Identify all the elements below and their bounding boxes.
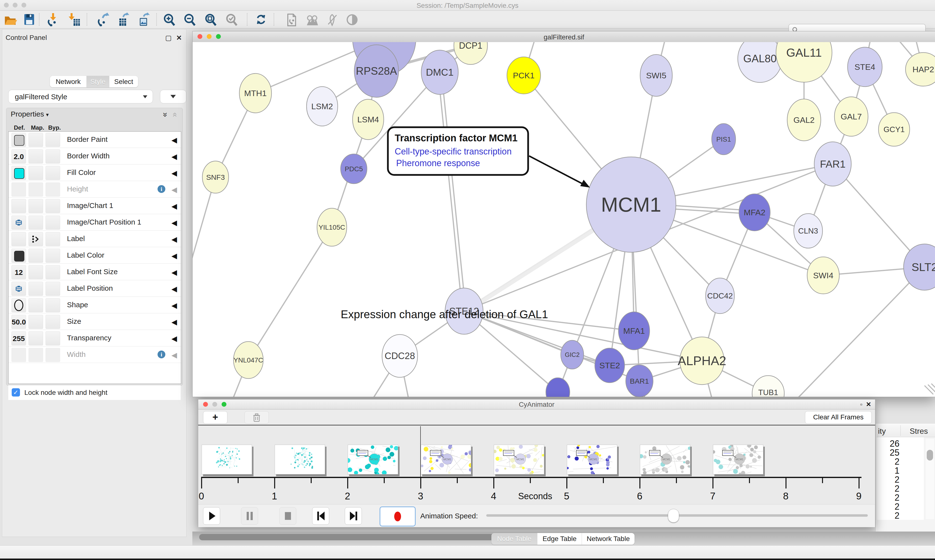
copy-network-icon[interactable] [284,13,298,26]
expand-row-icon[interactable]: ◀ [171,202,177,211]
expand-all-icon[interactable]: » [161,112,170,117]
expand-row-icon[interactable]: ◀ [171,169,177,177]
timeline-playhead[interactable] [420,426,421,477]
expand-row-icon[interactable]: ◀ [171,301,177,310]
default-value-cell[interactable] [11,282,26,296]
export-image-icon[interactable] [137,13,150,26]
open-icon[interactable] [3,13,17,26]
mapping-cell[interactable] [28,298,43,312]
tab-network[interactable]: Network [50,76,87,87]
property-row-label-position[interactable]: Label Position◀ [9,280,181,297]
network-edge[interactable] [441,72,466,311]
table-hscrollbar-thumb[interactable] [199,534,503,540]
default-value-cell[interactable] [11,298,26,312]
property-row-label-color[interactable]: Label Color◀ [9,248,181,264]
table-column-stress[interactable]: Stres [910,427,928,436]
bypass-cell[interactable] [46,298,60,312]
expand-row-icon[interactable]: ◀ [171,152,177,161]
expand-row-icon[interactable]: ◀ [171,351,177,359]
tab-node-table[interactable]: Node Table [491,533,537,545]
mapping-cell[interactable] [28,331,43,345]
expand-row-icon[interactable]: ◀ [171,334,177,343]
mapping-cell[interactable] [28,215,43,230]
table-column-centrality[interactable]: ity [878,427,886,436]
bypass-cell[interactable] [46,232,60,246]
expand-row-icon[interactable]: ◀ [171,218,177,227]
delete-frame-button[interactable] [244,411,269,424]
play-button[interactable] [203,507,220,525]
style-selector-dropdown[interactable]: galFiltered Style [8,90,153,103]
bypass-cell[interactable] [46,282,60,296]
expand-row-icon[interactable]: ◀ [171,252,177,260]
default-value-cell[interactable]: 12 [11,265,26,279]
default-value-cell[interactable]: 50.0 [11,315,26,329]
mapping-cell[interactable] [28,282,43,296]
property-row-border-paint[interactable]: Border Paint◀ [9,132,181,148]
property-row-size[interactable]: 50.0 Size◀ [9,314,181,330]
zoom-fit-icon[interactable] [204,13,218,26]
network-edge[interactable] [789,267,924,397]
property-row-label[interactable]: Label◀ [9,231,181,247]
cyanimator-titlebar[interactable]: CyAnimator ▫ ✕ [198,400,875,409]
bypass-cell[interactable] [46,265,60,279]
property-row-fill-color[interactable]: Fill Color◀ [9,165,181,181]
default-value-cell[interactable] [11,249,26,263]
mapping-cell[interactable] [28,315,43,329]
close-panel-icon[interactable]: ✕ [176,34,182,42]
collapse-all-icon[interactable]: « [171,112,180,117]
expand-row-icon[interactable]: ◀ [171,318,177,326]
bypass-cell[interactable] [46,215,60,230]
zoom-in-icon[interactable] [163,13,176,26]
record-button[interactable] [380,506,416,526]
mapping-cell[interactable] [28,249,43,263]
caption-annotation[interactable]: Expression change after deletion of GAL1 [341,308,548,321]
keyframe-0s[interactable] [202,445,252,474]
mapping-cell[interactable] [28,199,43,213]
expand-row-icon[interactable]: ◀ [171,185,177,194]
style-options-button[interactable] [160,90,186,103]
export-network-icon[interactable] [96,13,109,26]
keyframe-5s[interactable]: MCM1 [567,445,617,474]
bypass-cell[interactable] [46,315,60,329]
save-icon[interactable] [22,13,36,26]
keyframe-4s[interactable]: MCM1 [494,445,544,474]
property-row-height[interactable]: Heighti◀ [9,181,181,197]
step-backward-button[interactable] [312,507,329,525]
bypass-cell[interactable] [46,149,60,163]
keyframe-1s[interactable] [275,445,325,474]
add-frame-button[interactable]: + [203,411,227,424]
mcm1-annotation[interactable]: Transcription factor MCM1 Cell-type-spec… [388,127,935,394]
default-value-cell[interactable] [11,232,26,246]
default-value-cell[interactable] [11,199,26,213]
mapping-cell[interactable] [28,265,43,279]
tab-style[interactable]: Style [87,76,110,87]
pause-button[interactable] [241,507,258,525]
default-value-cell[interactable] [11,133,26,147]
property-row-shape[interactable]: Shape◀ [9,297,181,313]
default-value-cell[interactable] [11,215,26,230]
tab-edge-table[interactable]: Edge Table [537,533,582,545]
clear-all-frames-button[interactable]: Clear All Frames [805,411,872,424]
keyframe-3s[interactable]: MCM1 [421,445,471,474]
network-edge[interactable] [248,227,332,360]
property-row-label-font-size[interactable]: 12 Label Font Size◀ [9,264,181,280]
expand-row-icon[interactable]: ◀ [171,235,177,243]
default-value-cell[interactable]: 255 [11,331,26,345]
tab-network-table[interactable]: Network Table [582,533,634,545]
show-details-icon[interactable] [345,13,359,26]
keyframe-6s[interactable]: MCM1 [640,445,690,474]
lock-checkbox[interactable]: ✓ [12,388,20,397]
bypass-cell[interactable] [46,166,60,180]
bypass-cell[interactable] [46,331,60,345]
property-row-image-chart-position-1[interactable]: Image/Chart Position 1◀ [9,214,181,231]
search-network-icon[interactable] [305,13,318,26]
default-value-cell[interactable]: 2.0 [11,149,26,163]
import-table-icon[interactable] [67,13,81,26]
expand-row-icon[interactable]: ◀ [171,136,177,144]
float-icon[interactable]: ▫ [860,401,862,408]
close-panel-icon[interactable]: ✕ [866,401,871,408]
tab-select[interactable]: Select [110,76,138,87]
network-window-titlebar[interactable]: galFiltered.sif [193,31,935,42]
table-scrollbar[interactable] [926,439,934,519]
network-edge[interactable] [438,72,462,311]
